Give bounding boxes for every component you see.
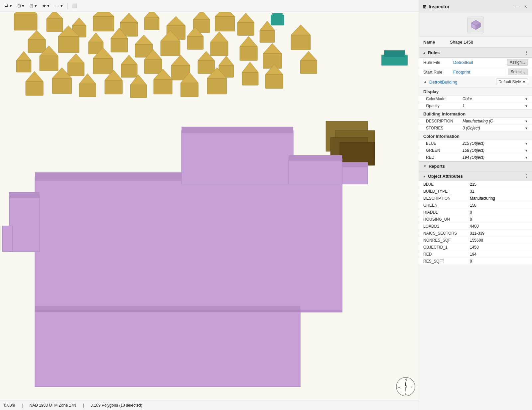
svg-rect-59 bbox=[105, 80, 122, 94]
svg-rect-63 bbox=[154, 79, 172, 94]
style-row: ▲ DetroitBuilding Default Style ▼ bbox=[419, 77, 532, 87]
description-value-container: Manufacturing (C ▼ bbox=[463, 119, 528, 123]
rule-file-value[interactable]: DetroitBuil bbox=[453, 60, 507, 65]
start-rule-row: Start Rule Footprint Select... bbox=[419, 67, 532, 77]
table-row: BUILD_TYPE 31 bbox=[419, 188, 532, 195]
rule-file-label: Rule File bbox=[423, 60, 453, 65]
start-rule-label: Start Rule bbox=[423, 70, 453, 75]
assign-btn[interactable]: Assign... bbox=[507, 59, 528, 66]
rules-section-header-left: ▲ Rules bbox=[423, 50, 440, 55]
measure-btn[interactable]: ⊡ ▾ bbox=[28, 2, 39, 9]
layers-btn[interactable]: ⊞ ▾ bbox=[15, 2, 27, 9]
options-btn[interactable]: ⋯ ▾ bbox=[53, 2, 65, 9]
green-dropdown-icon[interactable]: ▼ bbox=[525, 149, 528, 152]
name-row: Name Shape 1458 bbox=[419, 37, 532, 48]
building-info-label: Building Information bbox=[419, 109, 532, 118]
svg-rect-98 bbox=[289, 155, 342, 161]
attr-name: BUILD_TYPE bbox=[423, 189, 470, 194]
rules-collapse-icon: ▲ bbox=[423, 51, 426, 55]
red-value: 194 (Object) bbox=[463, 155, 484, 160]
default-style-dropdown[interactable]: Default Style ▼ bbox=[496, 79, 528, 85]
attr-name: DESCRIPTION bbox=[423, 196, 470, 201]
share-btn[interactable]: ⇄ ▾ bbox=[3, 2, 14, 9]
svg-rect-75 bbox=[263, 54, 282, 69]
stories-dropdown-icon[interactable]: ▼ bbox=[525, 126, 528, 130]
colormode-label: ColorMode bbox=[426, 97, 463, 101]
start-rule-value[interactable]: Footprint bbox=[453, 70, 508, 75]
table-row: NONRES_SQF 155600 bbox=[419, 237, 532, 244]
description-value: Manufacturing (C bbox=[463, 119, 493, 123]
viewport[interactable]: ⇄ ▾ ⊞ ▾ ⊡ ▾ ★ ▾ ⋯ ▾ ⬜ bbox=[0, 0, 419, 410]
green-value: 158 (Object) bbox=[463, 148, 484, 153]
maximize-btn[interactable]: ⬜ bbox=[70, 2, 79, 9]
blue-value-container: 215 (Object) ▼ bbox=[463, 141, 528, 146]
svg-rect-79 bbox=[265, 75, 283, 89]
svg-rect-21 bbox=[58, 36, 79, 53]
rules-section-header[interactable]: ▲ Rules ⋮ bbox=[419, 48, 532, 58]
star-btn[interactable]: ★ ▾ bbox=[40, 2, 52, 9]
obj-attr-label: Object Attributes bbox=[428, 174, 463, 179]
attr-value: 31 bbox=[470, 189, 474, 194]
inspector-minimize-btn[interactable]: — bbox=[513, 3, 521, 10]
attr-name: RED bbox=[423, 252, 470, 257]
inspector-panel: ⊞ Inspector — × bbox=[419, 0, 532, 410]
select-btn[interactable]: Select... bbox=[508, 69, 528, 75]
svg-rect-71 bbox=[260, 30, 275, 42]
reports-section-header[interactable]: ▼ Reports bbox=[419, 161, 532, 171]
opacity-value: 1 bbox=[463, 103, 465, 108]
toolbar: ⇄ ▾ ⊞ ▾ ⊡ ▾ ★ ▾ ⋯ ▾ ⬜ bbox=[0, 0, 419, 12]
svg-rect-96 bbox=[182, 127, 293, 133]
svg-rect-37 bbox=[40, 56, 58, 71]
svg-rect-43 bbox=[121, 64, 137, 77]
colormode-dropdown-icon[interactable]: ▼ bbox=[525, 97, 528, 101]
attr-value: 0 bbox=[470, 217, 472, 222]
reports-label: Reports bbox=[429, 164, 445, 169]
svg-rect-35 bbox=[16, 61, 31, 72]
inspector-body[interactable]: Name Shape 1458 ▲ Rules ⋮ Rule File Detr… bbox=[419, 13, 532, 410]
svg-rect-11 bbox=[144, 18, 159, 30]
red-row: RED 194 (Object) ▼ bbox=[419, 154, 532, 161]
attr-value: Manufacturing bbox=[470, 196, 495, 201]
svg-rect-100 bbox=[342, 162, 368, 167]
colormode-row: ColorMode Color ▼ bbox=[419, 96, 532, 102]
separator1: | bbox=[22, 403, 23, 408]
attr-name: HOUSING_UN bbox=[423, 217, 470, 222]
red-dropdown-icon[interactable]: ▼ bbox=[525, 156, 528, 159]
shape-icon-box bbox=[467, 17, 484, 33]
style-collapse-arrow[interactable]: ▲ bbox=[423, 80, 427, 84]
attr-value: 158 bbox=[470, 203, 476, 208]
svg-rect-29 bbox=[161, 41, 180, 56]
colormode-value-container: Color ▼ bbox=[463, 97, 528, 101]
buildings-svg bbox=[0, 0, 419, 410]
inspector-close-btn[interactable]: × bbox=[523, 3, 529, 10]
table-row: OBJECTID_1 1458 bbox=[419, 244, 532, 251]
svg-rect-67 bbox=[207, 78, 227, 94]
opacity-dropdown-icon[interactable]: ▼ bbox=[525, 104, 528, 108]
svg-rect-102 bbox=[9, 192, 40, 198]
table-row: HOUSING_UN 0 bbox=[419, 216, 532, 223]
reports-collapse-icon: ▼ bbox=[423, 164, 427, 168]
obj-attr-section-header[interactable]: ▲ Object Attributes ⋮ bbox=[419, 171, 532, 181]
inspector-title: ⊞ Inspector bbox=[423, 4, 450, 9]
detroit-building-label[interactable]: DetroitBuilding bbox=[429, 80, 496, 85]
svg-text:W: W bbox=[398, 385, 401, 389]
opacity-label: Opacity bbox=[426, 103, 463, 108]
inspector-title-text: Inspector bbox=[429, 4, 450, 9]
svg-rect-83 bbox=[300, 61, 317, 74]
attr-value: 311-339 bbox=[470, 231, 484, 236]
rules-label: Rules bbox=[428, 50, 440, 55]
blue-dropdown-icon[interactable]: ▼ bbox=[525, 142, 528, 145]
description-row: DESCRIPTION Manufacturing (C ▼ bbox=[419, 118, 532, 125]
description-dropdown-icon[interactable]: ▼ bbox=[525, 119, 528, 123]
attr-name: LOADD1 bbox=[423, 224, 470, 229]
rules-menu-icon[interactable]: ⋮ bbox=[524, 50, 529, 55]
obj-attr-menu-icon[interactable]: ⋮ bbox=[524, 173, 529, 179]
attr-value: 1458 bbox=[470, 245, 479, 250]
polygons-label: 3,169 Polygons (10 selected) bbox=[90, 403, 142, 408]
svg-rect-73 bbox=[240, 47, 257, 61]
svg-rect-53 bbox=[26, 82, 43, 96]
scene-3d[interactable]: N E S W bbox=[0, 0, 419, 410]
obj-attr-collapse-icon: ▲ bbox=[423, 174, 426, 178]
svg-rect-101 bbox=[9, 196, 40, 252]
stories-label: STORIES bbox=[426, 126, 463, 130]
